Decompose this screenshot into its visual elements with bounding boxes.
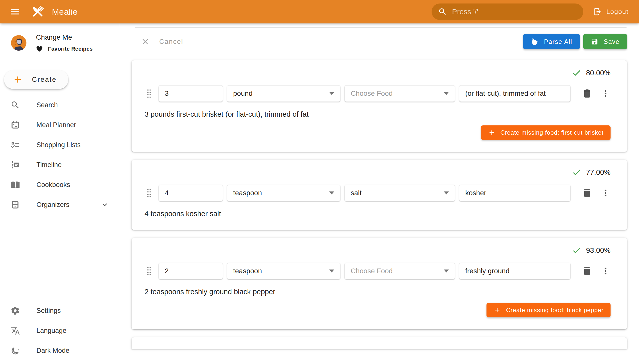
sidebar-item-search[interactable]: Search bbox=[0, 95, 119, 115]
plus-icon bbox=[488, 129, 496, 136]
checklist-icon bbox=[11, 140, 20, 150]
sidebar-footer: Settings Language Dark Mode bbox=[0, 301, 119, 364]
close-icon bbox=[141, 37, 150, 46]
food-select[interactable]: Choose Food bbox=[344, 263, 455, 279]
create-button[interactable]: Create bbox=[4, 70, 68, 89]
user-name: Change Me bbox=[36, 34, 93, 42]
sidebar-item-meal-planner[interactable]: Meal Planner bbox=[0, 115, 119, 135]
quantity-input[interactable]: 2 bbox=[158, 263, 223, 279]
mealie-logo-icon bbox=[30, 4, 46, 20]
original-ingredient-text: 3 pounds first-cut brisket (or flat-cut)… bbox=[144, 110, 610, 118]
file-cabinet-icon bbox=[11, 200, 20, 210]
ingredient-fields-row: 2 teaspoon Choose Food freshly ground bbox=[144, 263, 610, 279]
app-title: Mealie bbox=[52, 7, 78, 17]
kebab-menu-icon bbox=[600, 266, 610, 276]
note-input[interactable]: kosher bbox=[459, 185, 571, 201]
check-icon bbox=[572, 68, 582, 78]
delete-ingredient-button[interactable] bbox=[582, 88, 593, 99]
timeline-icon bbox=[11, 160, 20, 170]
delete-ingredient-button[interactable] bbox=[582, 188, 593, 198]
confidence-percent: 93.00% bbox=[586, 246, 610, 254]
avatar[interactable] bbox=[11, 35, 27, 50]
confidence-indicator: 93.00% bbox=[144, 245, 610, 255]
more-options-button[interactable] bbox=[600, 188, 610, 198]
global-search-input[interactable]: Press '/' bbox=[432, 4, 583, 20]
drag-handle-icon[interactable] bbox=[144, 88, 153, 100]
parser-toolbar: Cancel Parse All Save bbox=[139, 34, 627, 49]
ingredient-fields-row: 3 pound Choose Food (or flat-cut), trimm… bbox=[144, 85, 610, 102]
check-icon bbox=[572, 245, 582, 255]
dropdown-caret-icon bbox=[444, 192, 449, 194]
gear-icon bbox=[11, 306, 20, 316]
sidebar-item-dark-mode[interactable]: Dark Mode bbox=[0, 340, 119, 360]
sidebar-item-timeline[interactable]: Timeline bbox=[0, 155, 119, 175]
next-card-container bbox=[132, 337, 627, 349]
save-button[interactable]: Save bbox=[583, 34, 627, 49]
trash-icon bbox=[582, 88, 593, 99]
ingredient-list: 80.00% 3 pound Choose Food bbox=[132, 60, 627, 329]
create-missing-food-button[interactable]: Create missing food: black pepper bbox=[487, 303, 610, 318]
note-input[interactable]: (or flat-cut), trimmed of fat bbox=[459, 85, 571, 102]
parse-all-button[interactable]: Parse All bbox=[523, 34, 580, 49]
apple-icon bbox=[531, 38, 539, 46]
sidebar-item-cookbooks[interactable]: Cookbooks bbox=[0, 175, 119, 195]
sidebar-item-organizers[interactable]: Organizers bbox=[0, 195, 119, 215]
moon-stars-icon bbox=[11, 346, 20, 355]
more-options-button[interactable] bbox=[600, 266, 610, 276]
chevron-down-icon[interactable] bbox=[101, 200, 109, 209]
floppy-save-icon bbox=[591, 38, 598, 46]
quantity-input[interactable]: 4 bbox=[158, 185, 223, 201]
drag-handle-icon[interactable] bbox=[144, 187, 153, 199]
heart-icon bbox=[36, 46, 43, 52]
confidence-percent: 80.00% bbox=[586, 69, 610, 77]
sidebar: Change Me Favorite Recipes Create Search bbox=[0, 24, 119, 364]
content-top-divider bbox=[135, 28, 626, 28]
food-select[interactable]: salt bbox=[344, 185, 455, 201]
favorite-recipes-link[interactable]: Favorite Recipes bbox=[36, 46, 93, 52]
ingredient-card: 80.00% 3 pound Choose Food bbox=[132, 60, 627, 152]
search-placeholder: Press '/' bbox=[452, 8, 478, 16]
missing-food-row: Create missing food: black pepper bbox=[144, 303, 610, 318]
translate-icon bbox=[11, 326, 20, 335]
unit-select[interactable]: teaspoon bbox=[227, 185, 340, 201]
confidence-percent: 77.00% bbox=[586, 168, 610, 176]
quantity-input[interactable]: 3 bbox=[158, 85, 223, 102]
dropdown-caret-icon bbox=[444, 270, 449, 272]
sidebar-item-settings[interactable]: Settings bbox=[0, 301, 119, 320]
logout-button[interactable]: Logout bbox=[592, 7, 630, 16]
open-book-icon bbox=[11, 180, 20, 190]
main-content: Cancel Parse All Save 80.00% bbox=[119, 0, 639, 364]
sidebar-divider bbox=[0, 61, 119, 61]
ingredient-card: 93.00% 2 teaspoon Choose Food bbox=[132, 238, 627, 329]
original-ingredient-text: 2 teaspoons freshly ground black pepper bbox=[144, 288, 610, 296]
unit-select[interactable]: pound bbox=[227, 85, 340, 102]
calendar-icon bbox=[11, 120, 20, 130]
ingredient-fields-row: 4 teaspoon salt kosher bbox=[144, 185, 610, 201]
unit-select[interactable]: teaspoon bbox=[227, 263, 340, 279]
cancel-button[interactable]: Cancel bbox=[139, 37, 185, 46]
create-missing-food-button[interactable]: Create missing food: first-cut brisket bbox=[481, 126, 610, 140]
sidebar-nav: Search Meal Planner Shopping Lists bbox=[0, 95, 119, 215]
search-icon bbox=[438, 7, 447, 16]
confidence-indicator: 80.00% bbox=[144, 68, 610, 78]
drag-handle-icon[interactable] bbox=[144, 265, 153, 277]
sidebar-item-language[interactable]: Language bbox=[0, 320, 119, 340]
check-icon bbox=[572, 167, 582, 177]
kebab-menu-icon bbox=[600, 88, 610, 98]
kebab-menu-icon bbox=[600, 188, 610, 198]
magnify-icon bbox=[11, 100, 20, 110]
menu-button[interactable] bbox=[6, 3, 24, 21]
note-input[interactable]: freshly ground bbox=[459, 263, 571, 279]
food-select[interactable]: Choose Food bbox=[344, 85, 455, 102]
delete-ingredient-button[interactable] bbox=[582, 266, 593, 276]
plus-icon bbox=[13, 74, 23, 85]
sidebar-item-shopping-lists[interactable]: Shopping Lists bbox=[0, 135, 119, 155]
profile-text: Change Me Favorite Recipes bbox=[36, 34, 93, 52]
trash-icon bbox=[582, 188, 593, 198]
confidence-indicator: 77.00% bbox=[144, 167, 610, 177]
missing-food-row: Create missing food: first-cut brisket bbox=[144, 126, 610, 140]
hamburger-icon bbox=[10, 6, 21, 17]
original-ingredient-text: 4 teaspoons kosher salt bbox=[144, 210, 610, 218]
app-bar: Mealie Press '/' Logout bbox=[0, 0, 639, 24]
more-options-button[interactable] bbox=[600, 88, 610, 98]
